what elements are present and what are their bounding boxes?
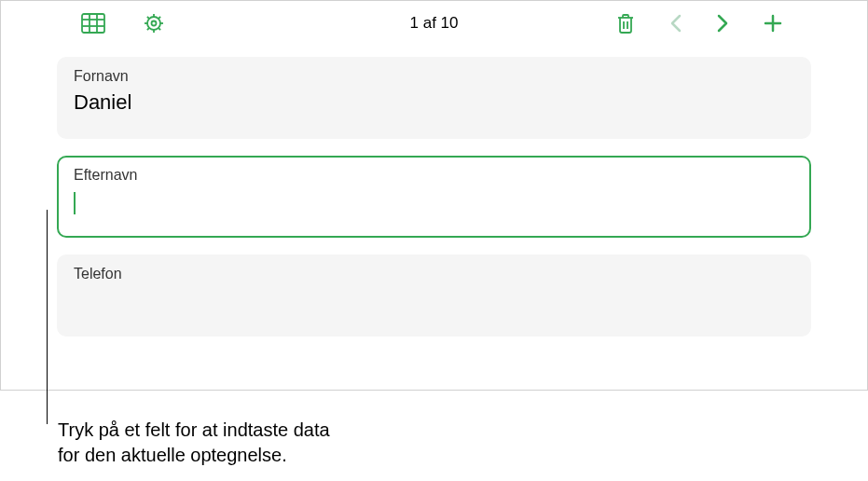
telefon-value (74, 288, 794, 314)
svg-line-13 (147, 28, 149, 30)
telefon-field[interactable]: Telefon (57, 254, 811, 337)
callout-line2: for den aktuelle optegnelse. (58, 445, 287, 465)
toolbar-left-group (81, 12, 165, 34)
efternavn-field[interactable]: Efternavn (57, 156, 811, 238)
svg-point-6 (152, 21, 157, 26)
form-view: 1 af 10 (0, 0, 868, 391)
toolbar: 1 af 10 (1, 1, 867, 46)
svg-point-5 (147, 17, 160, 30)
trash-icon[interactable] (615, 12, 636, 34)
text-cursor (74, 192, 76, 214)
add-record-icon[interactable] (763, 13, 783, 34)
next-record-icon[interactable] (716, 13, 729, 34)
prev-record-icon[interactable] (669, 13, 682, 34)
svg-line-14 (158, 17, 160, 19)
efternavn-value (74, 189, 794, 215)
pagination-label: 1 af 10 (410, 14, 459, 33)
toolbar-right-group (615, 12, 783, 34)
gear-icon[interactable] (143, 12, 165, 34)
svg-line-12 (158, 28, 160, 30)
callout-text: Tryk på et felt for at indtaste data for… (58, 418, 330, 468)
form-content: Fornavn Daniel Efternavn Telefon (1, 46, 867, 337)
svg-rect-0 (82, 14, 104, 33)
callout-line1: Tryk på et felt for at indtaste data (58, 419, 330, 440)
fornavn-value: Daniel (74, 90, 794, 117)
table-icon[interactable] (81, 12, 105, 34)
svg-line-11 (147, 17, 149, 19)
telefon-label: Telefon (74, 266, 794, 282)
efternavn-label: Efternavn (74, 167, 794, 184)
fornavn-field[interactable]: Fornavn Daniel (57, 57, 811, 139)
callout-leader-line (47, 210, 48, 424)
fornavn-label: Fornavn (74, 68, 794, 85)
